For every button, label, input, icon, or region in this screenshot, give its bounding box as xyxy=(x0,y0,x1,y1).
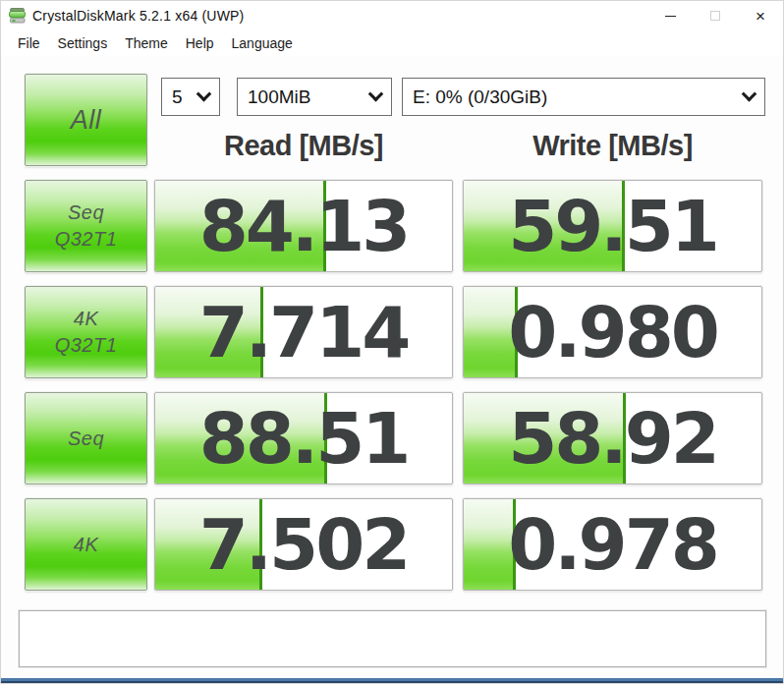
taskbar-edge xyxy=(1,678,783,683)
menu-settings[interactable]: Settings xyxy=(49,32,117,54)
run-4k-button[interactable]: 4K xyxy=(25,498,147,591)
seq-q32t1-write-cell: 59.51 xyxy=(463,180,762,272)
seq-read-cell: 88.51 xyxy=(154,392,453,484)
comment-input[interactable] xyxy=(19,610,766,667)
menu-bar: File Settings Theme Help Language xyxy=(1,30,783,56)
4k-q32t1-read-cell: 7.714 xyxy=(154,286,453,378)
read-column-header: Read [MB/s] xyxy=(154,130,453,167)
maximize-icon xyxy=(710,11,720,21)
seq-q32t1-write-value: 59.51 xyxy=(464,181,761,271)
test-size-value: 100MiB xyxy=(248,86,370,108)
app-window: CrystalDiskMark 5.2.1 x64 (UWP) × File S… xyxy=(0,0,784,684)
seq-read-value: 88.51 xyxy=(155,393,452,484)
chevron-down-icon xyxy=(742,86,757,102)
title-bar: CrystalDiskMark 5.2.1 x64 (UWP) × xyxy=(1,1,783,30)
menu-file[interactable]: File xyxy=(9,32,49,54)
row-label-line1: 4K xyxy=(74,532,98,558)
run-seq-q32t1-button[interactable]: Seq Q32T1 xyxy=(25,180,147,272)
test-count-select[interactable]: 5 xyxy=(161,78,220,116)
4k-write-cell: 0.978 xyxy=(463,498,762,591)
seq-q32t1-read-cell: 84.13 xyxy=(154,180,453,272)
seq-write-cell: 58.92 xyxy=(463,392,762,484)
chevron-down-icon xyxy=(196,86,212,102)
test-count-value: 5 xyxy=(172,86,198,108)
close-icon: × xyxy=(756,8,765,25)
menu-theme[interactable]: Theme xyxy=(116,32,177,54)
4k-q32t1-write-value: 0.980 xyxy=(464,287,761,377)
row-label-line2: Q32T1 xyxy=(55,332,118,359)
row-label-line1: Seq xyxy=(68,426,104,452)
minimize-button[interactable] xyxy=(647,1,693,30)
row-label-line1: 4K xyxy=(74,306,98,332)
close-button[interactable]: × xyxy=(738,1,783,30)
chevron-down-icon xyxy=(368,86,384,102)
row-label-line2: Q32T1 xyxy=(55,226,118,253)
app-icon xyxy=(9,8,27,24)
4k-read-value: 7.502 xyxy=(155,499,452,590)
maximize-button xyxy=(693,1,738,30)
minimize-icon xyxy=(665,16,676,17)
target-drive-select[interactable]: E: 0% (0/30GiB) xyxy=(402,78,765,116)
4k-write-value: 0.978 xyxy=(464,499,761,590)
4k-q32t1-read-value: 7.714 xyxy=(155,287,452,377)
row-label-line1: Seq xyxy=(68,200,104,226)
run-4k-q32t1-button[interactable]: 4K Q32T1 xyxy=(25,286,147,378)
menu-language[interactable]: Language xyxy=(223,32,302,54)
seq-write-value: 58.92 xyxy=(464,393,761,484)
run-all-button[interactable]: All xyxy=(25,74,147,166)
run-seq-button[interactable]: Seq xyxy=(25,392,147,484)
run-all-label: All xyxy=(71,102,102,138)
test-size-select[interactable]: 100MiB xyxy=(237,78,392,116)
window-title: CrystalDiskMark 5.2.1 x64 (UWP) xyxy=(32,8,244,24)
seq-q32t1-read-value: 84.13 xyxy=(155,181,452,271)
target-drive-value: E: 0% (0/30GiB) xyxy=(413,86,744,108)
4k-read-cell: 7.502 xyxy=(154,498,453,591)
4k-q32t1-write-cell: 0.980 xyxy=(463,286,762,378)
write-column-header: Write [MB/s] xyxy=(463,130,762,167)
menu-help[interactable]: Help xyxy=(177,32,223,54)
